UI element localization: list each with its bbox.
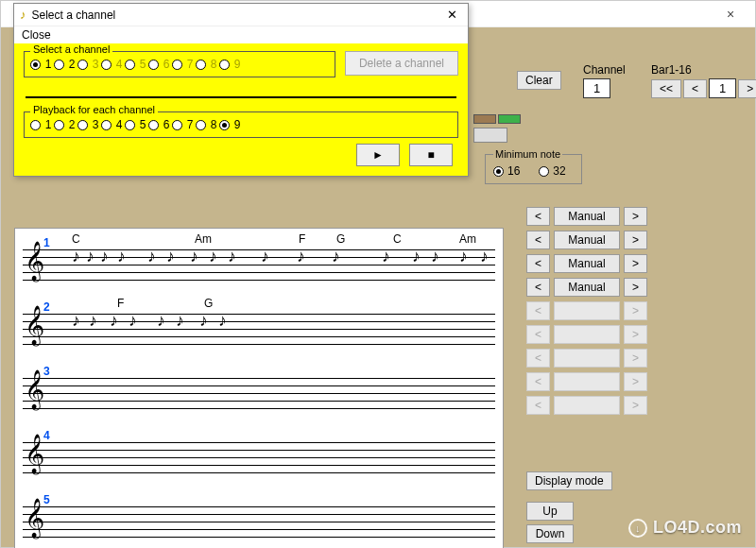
manual-row: <Manual>	[526, 254, 647, 273]
color-swatches	[473, 114, 521, 124]
manual-next-button[interactable]: >	[624, 207, 647, 226]
note-icon: ♪	[261, 248, 269, 265]
bar-prev-button[interactable]: <	[683, 79, 707, 98]
select-channel-legend: Select a channel	[30, 43, 112, 55]
manual-button[interactable]: Manual	[554, 231, 620, 249]
channel-value[interactable]: 1	[583, 78, 610, 98]
staff-area[interactable]: 𝄞1CAmFGCAm♪♪♪♪♪♪♪♪♪♪♪♪♪♪♪♪♪𝄞2FG♪♪♪♪♪♪♪♪𝄞…	[14, 228, 504, 548]
radio-dot	[148, 60, 159, 70]
channel-radio[interactable]: 8	[196, 118, 219, 131]
bar-value[interactable]: 1	[709, 78, 736, 98]
up-button[interactable]: Up	[526, 502, 574, 521]
manual-row: <Manual>	[526, 207, 647, 226]
channel-radio[interactable]: 2	[54, 118, 77, 131]
chord-label: Am	[195, 232, 212, 246]
color-swatch[interactable]	[498, 114, 521, 124]
play-button[interactable]: ►	[356, 144, 400, 166]
manual-button[interactable]: Manual	[554, 278, 620, 297]
manual-prev-button[interactable]: <	[526, 254, 550, 273]
chord-label: C	[393, 232, 402, 246]
note-icon: ♪	[228, 248, 236, 265]
staff-row-number: 3	[43, 365, 50, 378]
note-icon: ♪	[20, 8, 26, 22]
staff-row: 𝄞2FG♪♪♪♪♪♪♪♪	[15, 293, 503, 357]
note-icon: ♪	[431, 248, 439, 265]
manual-row: <Manual>	[526, 278, 647, 297]
radio-dot	[77, 60, 88, 70]
min-note-option[interactable]: 16	[493, 164, 520, 178]
note-icon: ♪	[86, 248, 94, 265]
color-swatch[interactable]	[473, 114, 496, 124]
channel-radio[interactable]: 4	[101, 58, 125, 71]
channel-radio[interactable]: 7	[172, 118, 196, 131]
note-icon: ♪	[382, 248, 390, 265]
channel-radio[interactable]: 8	[196, 58, 219, 71]
main-window-close[interactable]: ×	[712, 7, 749, 22]
manual-next-button[interactable]: >	[624, 254, 647, 273]
note-icon: ♪	[166, 248, 175, 265]
channel-label: Channel	[583, 63, 626, 77]
channel-radio[interactable]: 2	[54, 58, 77, 71]
note-icon: ♪	[100, 248, 109, 265]
manual-button	[554, 372, 620, 391]
manual-prev-button: <	[526, 301, 550, 320]
bar-next-button[interactable]: >	[738, 79, 756, 98]
manual-prev-button: <	[526, 325, 550, 344]
manual-next-button: >	[624, 301, 647, 320]
manual-button	[554, 301, 620, 320]
channel-radio[interactable]: 1	[30, 58, 54, 71]
channel-radio[interactable]: 9	[219, 118, 243, 131]
treble-clef-icon: 𝄞	[25, 372, 44, 406]
down-button[interactable]: Down	[526, 524, 574, 543]
staff-row-number: 1	[43, 236, 50, 249]
manual-row: <>	[526, 372, 647, 391]
dialog-close-button[interactable]: ✕	[441, 8, 462, 22]
staff-row: 𝄞3	[15, 357, 503, 421]
select-channel-dialog: ♪ Select a channel ✕ Close Select a chan…	[13, 3, 469, 177]
manual-next-button[interactable]: >	[624, 231, 647, 249]
note-icon: ♪	[412, 248, 421, 265]
watermark-text: LO4D.com	[653, 518, 742, 538]
staff-row-number: 2	[43, 300, 50, 314]
manual-button[interactable]: Manual	[554, 207, 620, 226]
display-mode-button[interactable]: Display mode	[526, 471, 612, 490]
manual-row: <>	[526, 396, 647, 415]
manual-next-button[interactable]: >	[624, 278, 647, 297]
radio-dot	[30, 60, 41, 70]
manual-row: <>	[526, 349, 647, 368]
channel-radio[interactable]: 4	[101, 118, 125, 131]
channel-radio[interactable]: 9	[219, 58, 243, 71]
channel-radio[interactable]: 5	[125, 118, 148, 131]
bar-range-label: Bar1-16	[651, 63, 756, 77]
manual-prev-button: <	[526, 396, 550, 415]
note-icon: ♪	[89, 312, 97, 329]
playback-legend: Playback for each channel	[30, 104, 158, 115]
manual-prev-button[interactable]: <	[526, 231, 550, 249]
radio-dot	[30, 120, 41, 130]
channel-radio[interactable]: 6	[148, 58, 172, 71]
channel-radio[interactable]: 5	[125, 58, 148, 71]
min-note-option[interactable]: 32	[539, 164, 565, 178]
dialog-close-menu[interactable]: Close	[14, 26, 468, 43]
channel-radio[interactable]: 7	[172, 58, 196, 71]
channel-radio[interactable]: 6	[148, 118, 172, 131]
stop-button[interactable]: ■	[409, 144, 453, 166]
minimum-note-group: Minimum note 1632	[485, 154, 582, 184]
bar-first-button[interactable]: <<	[651, 79, 681, 98]
manual-prev-button: <	[526, 372, 550, 391]
channel-radio[interactable]: 3	[77, 118, 101, 131]
channel-radio[interactable]: 1	[30, 118, 54, 131]
manual-prev-button[interactable]: <	[526, 207, 550, 226]
minimum-note-legend: Minimum note	[493, 148, 562, 160]
delete-channel-button[interactable]: Delete a channel	[345, 51, 458, 76]
clear-button[interactable]: Clear	[517, 71, 561, 90]
channel-radio[interactable]: 3	[77, 58, 101, 71]
staff-row: 𝄞1CAmFGCAm♪♪♪♪♪♪♪♪♪♪♪♪♪♪♪♪♪	[15, 229, 503, 293]
treble-clef-icon: 𝄞	[25, 501, 44, 535]
chord-label: Am	[459, 232, 476, 246]
staff-row-number: 5	[43, 493, 50, 506]
greybox-indicator	[473, 128, 507, 143]
manual-button[interactable]: Manual	[554, 254, 620, 273]
chord-label: C	[72, 232, 80, 246]
manual-prev-button[interactable]: <	[526, 278, 550, 297]
